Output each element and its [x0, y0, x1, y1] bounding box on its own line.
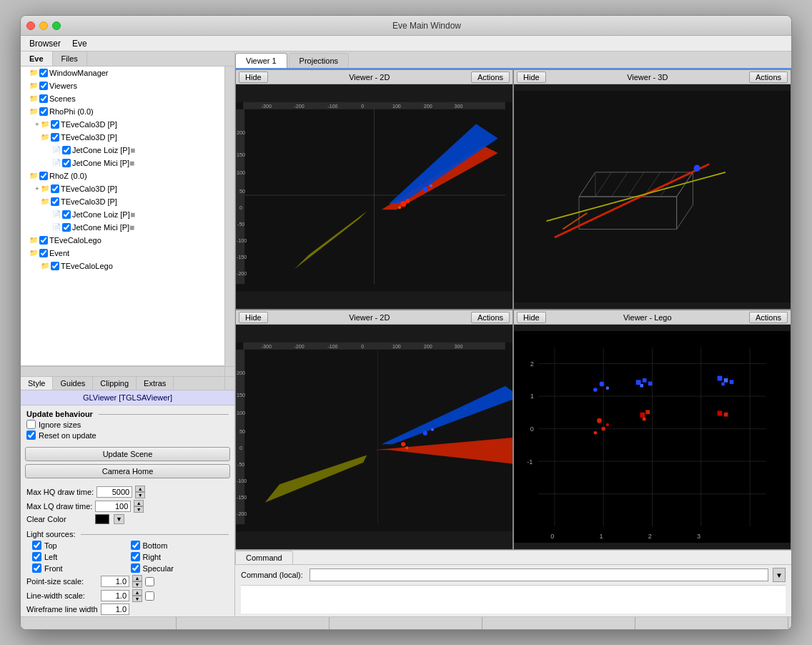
list-item[interactable]: 📄 JetCone Mici [P] ◼ [21, 221, 224, 234]
tab-guides[interactable]: Guides [53, 377, 93, 390]
menu-eve[interactable]: Eve [66, 37, 93, 50]
viewer-3d-topright-actions[interactable]: Actions [749, 72, 788, 83]
line-width-checkbox[interactable] [145, 591, 154, 601]
list-item[interactable]: 📁 WindowManager [21, 67, 224, 79]
tree-toggle[interactable] [22, 108, 29, 115]
light-top-checkbox[interactable] [32, 541, 41, 550]
list-item[interactable]: 📁 TEveCalo3D [P] [21, 131, 224, 144]
list-item[interactable]: 📄 JetCone Mici [P] ◼ [21, 157, 224, 169]
tree-toggle[interactable] [45, 224, 52, 231]
max-lq-input[interactable] [95, 501, 131, 512]
viewer-2d-bottomleft-actions[interactable]: Actions [471, 312, 510, 323]
viewer-2d-topleft-canvas[interactable]: -300 -200 -100 0 100 200 300 200 150 100… [236, 84, 513, 309]
line-width-up[interactable]: ▲ [132, 589, 142, 596]
max-hq-down[interactable]: ▼ [135, 492, 145, 498]
tree-checkbox[interactable] [62, 146, 71, 154]
tree-checkbox[interactable] [51, 184, 59, 193]
tab-eve[interactable]: Eve [21, 51, 53, 66]
tree-toggle[interactable] [45, 211, 52, 218]
wireframe-input[interactable] [101, 604, 129, 615]
tab-command[interactable]: Command [235, 551, 293, 564]
tree-toggle[interactable] [22, 82, 29, 89]
tree-checkbox[interactable] [51, 120, 59, 129]
viewer-2d-bottomleft-canvas[interactable]: -300 -200 -100 0 100 200 300 200 150 100… [236, 325, 513, 549]
tree-toggle[interactable] [22, 95, 29, 102]
tree-checkbox[interactable] [39, 94, 48, 103]
tree-toggle[interactable] [34, 198, 41, 205]
point-size-input[interactable] [101, 576, 129, 587]
tree-scrollbar-v[interactable] [224, 67, 234, 366]
close-button[interactable] [26, 21, 35, 30]
line-width-input[interactable] [101, 590, 129, 601]
tree-checkbox[interactable] [39, 249, 48, 257]
tree-checkbox[interactable] [62, 159, 71, 167]
max-lq-down[interactable]: ▼ [134, 506, 144, 513]
light-specular-checkbox[interactable] [131, 563, 140, 573]
list-item[interactable]: 📁 Event [21, 247, 224, 260]
maximize-button[interactable] [52, 21, 61, 30]
viewer-2d-topleft-hide[interactable]: Hide [239, 72, 268, 83]
list-item[interactable]: 📁 Viewers [21, 79, 224, 92]
tree-toggle[interactable]: + [34, 185, 41, 192]
max-hq-input[interactable] [96, 486, 132, 498]
clear-color-dropdown[interactable]: ▼ [114, 514, 124, 524]
tree-toggle[interactable] [22, 250, 29, 257]
light-bottom-checkbox[interactable] [131, 541, 140, 550]
list-item[interactable]: + 📁 TEveCalo3D [P] [21, 182, 224, 195]
clear-color-swatch[interactable] [95, 514, 109, 524]
light-left-checkbox[interactable] [32, 552, 41, 561]
tree-checkbox[interactable] [62, 210, 71, 219]
viewer-lego-bottomright-actions[interactable]: Actions [749, 312, 788, 323]
tree-checkbox[interactable] [39, 236, 48, 245]
max-lq-up[interactable]: ▲ [134, 500, 144, 506]
tab-projections[interactable]: Projections [289, 53, 349, 68]
viewer-2d-bottomleft-hide[interactable]: Hide [239, 312, 268, 323]
light-right-checkbox[interactable] [131, 552, 140, 561]
list-item[interactable]: 📁 RhoPhi (0.0) [21, 105, 224, 118]
list-item[interactable]: 📁 TEveCaloLego [21, 260, 224, 272]
list-item[interactable]: 📄 JetCone Loiz [P] ◼ [21, 208, 224, 221]
update-scene-button[interactable]: Update Scene [25, 447, 230, 461]
tab-files[interactable]: Files [53, 51, 87, 66]
point-size-checkbox[interactable] [145, 577, 154, 586]
light-front-checkbox[interactable] [32, 563, 41, 573]
max-hq-up[interactable]: ▲ [135, 486, 145, 492]
tree-toggle[interactable] [45, 159, 52, 167]
tree-toggle[interactable]: + [34, 121, 41, 128]
minimize-button[interactable] [39, 21, 48, 30]
viewer-lego-bottomright-hide[interactable]: Hide [517, 312, 546, 323]
tree-checkbox[interactable] [62, 223, 71, 232]
list-item[interactable]: 📁 Scenes [21, 92, 224, 105]
tree-toggle[interactable] [34, 262, 41, 270]
list-item[interactable]: 📄 JetCone Loiz [P] ◼ [21, 144, 224, 157]
tree-checkbox[interactable] [39, 69, 48, 77]
list-item[interactable]: 📁 TEveCaloLego [21, 234, 224, 247]
reset-on-update-checkbox[interactable] [26, 430, 36, 440]
viewer-3d-topright-hide[interactable]: Hide [517, 72, 546, 83]
tree-checkbox[interactable] [39, 107, 48, 116]
tree-toggle[interactable] [34, 134, 41, 141]
tree-toggle[interactable] [22, 172, 29, 179]
command-input[interactable] [310, 568, 768, 581]
ignore-sizes-checkbox[interactable] [26, 420, 36, 429]
tree-toggle[interactable] [45, 147, 52, 154]
tree-toggle[interactable] [22, 237, 29, 244]
tab-extras[interactable]: Extras [137, 377, 174, 390]
tab-clipping[interactable]: Clipping [93, 377, 137, 390]
tree-checkbox[interactable] [51, 197, 59, 206]
tab-style[interactable]: Style [21, 377, 53, 390]
viewer-2d-topleft-actions[interactable]: Actions [471, 72, 510, 83]
line-width-down[interactable]: ▼ [132, 596, 142, 602]
tree-checkbox[interactable] [51, 262, 59, 270]
camera-home-button[interactable]: Camera Home [25, 464, 230, 478]
tab-viewer1[interactable]: Viewer 1 [235, 53, 287, 68]
style-scrollbar[interactable] [224, 377, 234, 390]
menu-browser[interactable]: Browser [24, 37, 66, 50]
point-size-up[interactable]: ▲ [132, 575, 142, 581]
command-dropdown[interactable]: ▼ [773, 568, 786, 582]
list-item[interactable]: 📁 TEveCalo3D [P] [21, 195, 224, 208]
command-text-area[interactable] [241, 585, 786, 614]
tree-toggle[interactable] [22, 69, 29, 77]
viewer-3d-topright-canvas[interactable] [514, 84, 791, 309]
tree-checkbox[interactable] [39, 82, 48, 90]
